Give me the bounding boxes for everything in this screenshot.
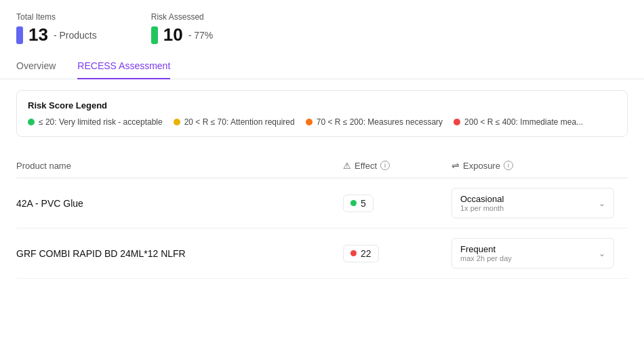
tab-overview[interactable]: Overview: [16, 54, 56, 79]
risk-assessed-value: 10: [163, 24, 183, 45]
legend-text-1: 20 < R ≤ 70: Attention required: [184, 117, 295, 127]
effect-number-0: 5: [361, 198, 366, 209]
legend-item-1: 20 < R ≤ 70: Attention required: [174, 117, 295, 127]
exposure-select-0[interactable]: Occasional 1x per month ⌄: [451, 188, 614, 218]
legend-text-0: ≤ 20: Very limited risk - acceptable: [39, 117, 163, 127]
col-product-label: Product name: [16, 161, 71, 171]
exposure-text-0: Occasional 1x per month: [460, 194, 504, 212]
col-header-exposure: ⇌ Exposure i: [451, 160, 628, 171]
risk-assessed-block: Risk Assessed 10 - 77%: [151, 12, 214, 45]
total-items-label: Total Items: [16, 12, 97, 22]
tab-recess-assessment[interactable]: RECESS Assessment: [77, 54, 170, 79]
blue-bar-icon: [16, 26, 23, 44]
risk-assessed-value-row: 10 - 77%: [151, 24, 214, 45]
col-header-product: Product name: [16, 160, 343, 171]
legend-item-2: 70 < R ≤ 200: Measures necessary: [306, 117, 443, 127]
product-name-0: 42A - PVC Glue: [16, 198, 343, 209]
effect-info-icon[interactable]: i: [380, 161, 390, 170]
exposure-info-icon[interactable]: i: [504, 161, 513, 170]
legend-dot-0: [28, 119, 35, 125]
exposure-main-1: Frequent: [460, 244, 512, 254]
col-header-effect: Effect i: [343, 160, 451, 171]
effect-number-1: 22: [361, 248, 371, 259]
col-exposure-label: Exposure: [463, 161, 500, 171]
exposure-select-1[interactable]: Frequent max 2h per day ⌄: [451, 238, 614, 268]
exposure-main-0: Occasional: [460, 194, 504, 204]
total-items-block: Total Items 13 - Products: [16, 12, 97, 45]
effect-value-badge-0: 5: [343, 195, 374, 212]
total-items-sub: - Products: [54, 30, 97, 41]
legend-dot-3: [454, 119, 460, 125]
legend-title: Risk Score Legend: [28, 100, 616, 111]
table-row: 42A - PVC Glue 5 Occasional 1x per month…: [16, 178, 628, 228]
filter-icon: ⇌: [451, 160, 460, 171]
effect-value-badge-1: 22: [343, 245, 379, 262]
legend-text-2: 70 < R ≤ 200: Measures necessary: [317, 117, 443, 127]
effect-dot-0: [350, 200, 357, 206]
product-name-1: GRF COMBI RAPID BD 24ML*12 NLFR: [16, 248, 343, 259]
exposure-sub-1: max 2h per day: [460, 254, 512, 262]
products-table: Product name Effect i ⇌ Exposure i 42A -…: [16, 153, 628, 279]
risk-assessed-sub: - 77%: [188, 30, 214, 41]
header-stats: Total Items 13 - Products Risk Assessed …: [0, 0, 644, 54]
total-items-value: 13: [28, 24, 48, 45]
legend-dot-2: [306, 119, 313, 125]
col-effect-label: Effect: [355, 161, 377, 171]
effect-dot-1: [350, 250, 357, 256]
legend-items: ≤ 20: Very limited risk - acceptable 20 …: [28, 117, 616, 127]
effect-badge-1: 22: [343, 245, 451, 262]
exposure-text-1: Frequent max 2h per day: [460, 244, 512, 262]
green-bar-icon: [151, 26, 158, 44]
risk-score-legend: Risk Score Legend ≤ 20: Very limited ris…: [16, 90, 628, 137]
legend-text-3: 200 < R ≤ 400: Immediate mea...: [464, 117, 583, 127]
legend-item-3: 200 < R ≤ 400: Immediate mea...: [454, 117, 583, 127]
tab-bar: Overview RECESS Assessment: [0, 54, 644, 79]
warning-icon: [343, 161, 351, 171]
chevron-down-icon-1: ⌄: [599, 249, 605, 258]
risk-assessed-label: Risk Assessed: [151, 12, 214, 22]
table-header: Product name Effect i ⇌ Exposure i: [16, 153, 628, 178]
effect-badge-0: 5: [343, 195, 451, 212]
exposure-sub-0: 1x per month: [460, 204, 504, 212]
chevron-down-icon-0: ⌄: [599, 199, 605, 208]
table-row: GRF COMBI RAPID BD 24ML*12 NLFR 22 Frequ…: [16, 228, 628, 279]
legend-item-0: ≤ 20: Very limited risk - acceptable: [28, 117, 163, 127]
legend-dot-1: [174, 119, 180, 125]
total-items-value-row: 13 - Products: [16, 24, 97, 45]
